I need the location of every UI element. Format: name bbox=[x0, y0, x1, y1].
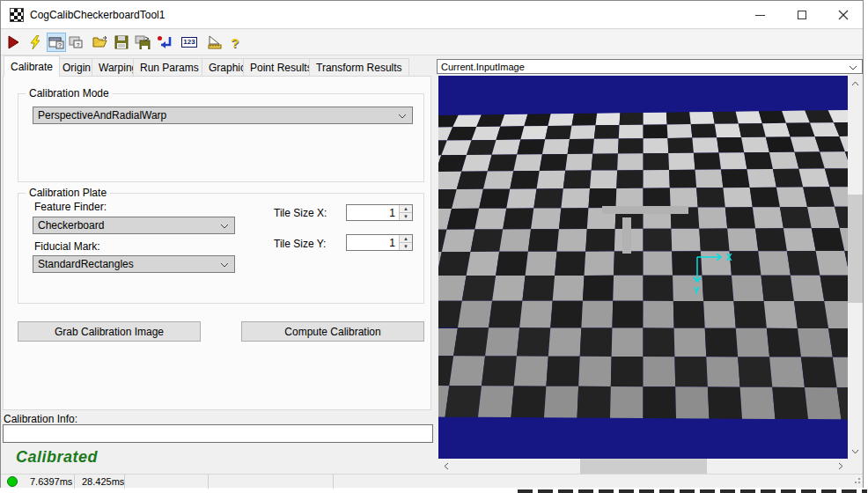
divider bbox=[124, 475, 125, 489]
calibration-mode-value: PerspectiveAndRadialWarp bbox=[38, 109, 166, 121]
stepper-down-icon: ▼ bbox=[400, 213, 412, 220]
close-button[interactable] bbox=[828, 4, 858, 26]
feature-finder-select[interactable]: Checkerboard bbox=[33, 217, 235, 234]
tab-run-params[interactable]: Run Params bbox=[133, 58, 206, 76]
chevron-down-icon bbox=[851, 449, 859, 454]
tile-size-x-label: Tile Size X: bbox=[274, 207, 327, 219]
resize-grip[interactable] bbox=[853, 478, 860, 485]
calibration-info-field[interactable] bbox=[3, 424, 433, 443]
save-icon bbox=[114, 35, 129, 49]
window-title: CogCalibCheckerboardTool1 bbox=[30, 9, 165, 21]
divider bbox=[74, 475, 75, 489]
svg-text:?: ? bbox=[58, 42, 62, 48]
divider bbox=[333, 475, 334, 489]
run-button[interactable] bbox=[4, 33, 23, 52]
chevron-down-icon bbox=[220, 262, 229, 268]
chevron-down-icon bbox=[849, 65, 857, 70]
tile-size-y-label: Tile Size Y: bbox=[274, 238, 326, 250]
compute-calibration-button[interactable]: Compute Calibration bbox=[241, 321, 424, 342]
save-button[interactable] bbox=[112, 33, 131, 52]
fiducial-mark-select[interactable]: StandardRectangles bbox=[33, 255, 235, 273]
chevron-down-icon bbox=[220, 224, 229, 229]
stepper-buttons[interactable]: ▲▼ bbox=[399, 235, 412, 250]
image-display[interactable] bbox=[438, 76, 848, 459]
image-pane-icon: ? bbox=[48, 35, 64, 49]
calibration-mode-select[interactable]: PerspectiveAndRadialWarp bbox=[33, 107, 413, 124]
tile-size-y-value: 1 bbox=[347, 235, 399, 250]
open-icon bbox=[92, 35, 108, 49]
calibration-mode-group-label: Calibration Mode bbox=[26, 87, 113, 99]
reset-button[interactable] bbox=[155, 33, 174, 52]
title-bar: CogCalibCheckerboardTool1 bbox=[1, 1, 863, 29]
chevron-right-icon bbox=[838, 462, 843, 470]
calibration-status-text: Calibrated bbox=[16, 448, 98, 467]
help-button[interactable]: ? bbox=[225, 33, 245, 52]
vertical-scrollbar[interactable] bbox=[848, 76, 863, 459]
chevron-up-icon bbox=[851, 81, 859, 86]
run-status-dot-icon bbox=[7, 476, 18, 487]
numeric-display-icon: 123 bbox=[181, 37, 196, 48]
tab-label: Calibrate bbox=[11, 61, 53, 73]
tab-label: Origin bbox=[63, 62, 91, 74]
background-window-fragment bbox=[518, 489, 867, 493]
horizontal-scroll-thumb[interactable] bbox=[580, 459, 707, 474]
tab-calibrate[interactable]: Calibrate bbox=[4, 55, 60, 77]
tab-point-results[interactable]: Point Results bbox=[243, 58, 320, 76]
total-time: 28.425ms bbox=[82, 476, 124, 487]
chevron-down-icon bbox=[398, 114, 407, 119]
divider bbox=[208, 475, 209, 489]
status-bar: 7.6397ms 28.425ms bbox=[1, 474, 863, 488]
numeric-display-button[interactable]: 123 bbox=[180, 33, 199, 52]
feature-finder-label: Feature Finder: bbox=[34, 201, 107, 213]
fiducial-mark-label: Fiducial Mark: bbox=[34, 240, 100, 253]
image-pane-button[interactable]: ? bbox=[47, 33, 66, 52]
scroll-down-button[interactable] bbox=[848, 444, 863, 459]
calibration-mode-group: Calibration Mode PerspectiveAndRadialWar… bbox=[18, 93, 424, 182]
close-icon bbox=[838, 10, 849, 20]
calibration-info-label: Calibration Info: bbox=[4, 413, 77, 425]
tab-label: Warping bbox=[99, 62, 137, 74]
toolbar: ? ? bbox=[1, 30, 863, 55]
save-image-icon bbox=[135, 35, 151, 49]
calibrate-tab-page: Calibration Mode PerspectiveAndRadialWar… bbox=[3, 76, 431, 410]
calibration-plate-group: Calibration Plate Feature Finder: Checke… bbox=[18, 193, 424, 304]
copy-pane-icon: ? bbox=[68, 35, 84, 49]
maximize-button[interactable] bbox=[787, 4, 817, 26]
copy-pane-button[interactable]: ? bbox=[66, 33, 85, 52]
scroll-up-button[interactable] bbox=[848, 76, 863, 91]
geometry-button[interactable] bbox=[205, 33, 224, 52]
horizontal-scrollbar[interactable] bbox=[438, 459, 848, 474]
scroll-right-button[interactable] bbox=[833, 459, 848, 474]
chevron-left-icon bbox=[444, 462, 449, 470]
vertical-scroll-thumb[interactable] bbox=[848, 195, 863, 303]
grab-calibration-image-button[interactable]: Grab Calibration Image bbox=[18, 321, 201, 342]
scroll-left-button[interactable] bbox=[438, 459, 453, 474]
tab-transform-results[interactable]: Transform Results bbox=[309, 58, 409, 76]
tab-label: Run Params bbox=[140, 62, 199, 74]
image-source-value: Current.InputImage bbox=[441, 62, 525, 72]
electric-run-icon bbox=[28, 35, 42, 49]
execution-time: 7.6397ms bbox=[30, 476, 72, 487]
stepper-buttons[interactable]: ▲▼ bbox=[399, 205, 412, 220]
tile-size-y-stepper[interactable]: 1 ▲▼ bbox=[346, 234, 413, 251]
minimize-button[interactable] bbox=[745, 4, 775, 26]
tile-size-x-stepper[interactable]: 1 ▲▼ bbox=[346, 204, 413, 221]
stepper-down-icon: ▼ bbox=[400, 243, 412, 250]
maximize-icon bbox=[798, 11, 806, 19]
tab-label: Point Results bbox=[250, 62, 313, 74]
calibration-plate-group-label: Calibration Plate bbox=[26, 187, 110, 199]
fiducial-mark-value: StandardRectangles bbox=[38, 258, 134, 270]
electric-run-button[interactable] bbox=[26, 33, 45, 52]
run-icon bbox=[6, 35, 20, 49]
stepper-up-icon: ▲ bbox=[400, 205, 412, 213]
save-image-button[interactable] bbox=[133, 33, 152, 52]
image-source-select[interactable]: Current.InputImage bbox=[437, 59, 863, 74]
minimize-icon bbox=[755, 15, 765, 16]
help-icon: ? bbox=[231, 35, 239, 50]
checkerboard-app-icon bbox=[10, 8, 24, 22]
open-button[interactable] bbox=[91, 33, 110, 52]
tile-size-x-value: 1 bbox=[347, 205, 399, 220]
reset-icon bbox=[157, 35, 173, 49]
cogcalib-tool-window: CogCalibCheckerboardTool1 ? ? bbox=[0, 0, 864, 488]
feature-finder-value: Checkerboard bbox=[38, 219, 104, 232]
